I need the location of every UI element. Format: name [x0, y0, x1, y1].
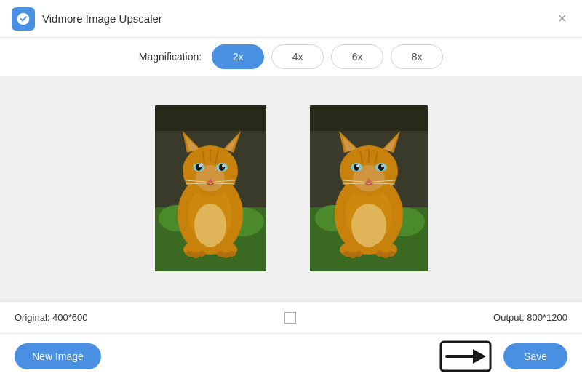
mag-8x-button[interactable]: 8x — [391, 44, 443, 69]
compare-checkbox[interactable] — [284, 312, 296, 324]
svg-point-64 — [355, 251, 362, 257]
magnification-label: Magnification: — [139, 51, 202, 63]
app-title: Vidmore Image Upscaler — [42, 12, 162, 25]
original-cat-image — [155, 105, 266, 271]
svg-point-20 — [222, 164, 225, 167]
svg-rect-1 — [155, 105, 266, 131]
bottom-right: Save — [439, 340, 567, 372]
arrow-right-svg — [439, 340, 492, 372]
close-button[interactable]: ✕ — [553, 10, 570, 28]
app-logo-icon — [15, 11, 31, 27]
svg-point-8 — [194, 204, 226, 247]
svg-point-33 — [228, 251, 236, 257]
bottom-bar: New Image Save — [0, 333, 582, 378]
svg-point-19 — [199, 164, 202, 167]
svg-point-54 — [381, 164, 384, 167]
title-bar: Vidmore Image Upscaler ✕ — [0, 0, 582, 38]
mag-2x-button[interactable]: 2x — [212, 44, 264, 69]
app-icon — [12, 7, 35, 31]
cat-svg-original — [155, 105, 266, 271]
output-dimensions: Output: 800*1200 — [493, 312, 567, 323]
mag-6x-button[interactable]: 6x — [331, 44, 383, 69]
output-image-panel — [310, 105, 428, 271]
mag-4x-button[interactable]: 4x — [271, 44, 324, 69]
output-cat-image — [310, 105, 428, 271]
svg-point-42 — [351, 204, 386, 247]
cat-svg-output — [310, 105, 428, 271]
original-dimensions: Original: 400*600 — [15, 312, 87, 323]
svg-point-67 — [388, 251, 395, 257]
title-left: Vidmore Image Upscaler — [12, 7, 162, 31]
original-image-panel — [155, 105, 266, 271]
magnification-row: Magnification: 2x 4x 6x 8x — [0, 38, 582, 76]
arrow-icon — [439, 340, 492, 372]
svg-point-53 — [356, 164, 359, 167]
save-button[interactable]: Save — [503, 343, 567, 369]
info-bar: Original: 400*600 Output: 800*1200 — [0, 301, 582, 333]
main-image-area — [0, 76, 582, 301]
new-image-button[interactable]: New Image — [15, 343, 101, 369]
svg-rect-35 — [310, 105, 428, 131]
svg-point-30 — [198, 251, 205, 257]
